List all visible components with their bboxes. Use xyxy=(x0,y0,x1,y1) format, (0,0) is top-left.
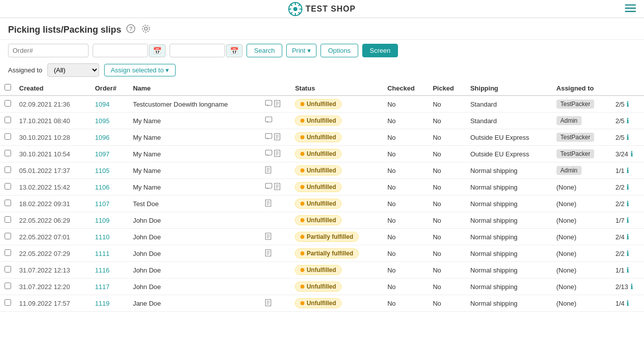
info-icon[interactable]: ℹ xyxy=(626,117,629,125)
row-status: Unfulfilled xyxy=(291,129,383,146)
document-icon[interactable] xyxy=(274,183,280,192)
screen-button[interactable]: Screen xyxy=(362,44,398,57)
row-checkbox-cell[interactable] xyxy=(0,96,15,113)
hamburger-menu[interactable] xyxy=(625,4,636,14)
assign-selected-button[interactable]: Assign selected to ▾ xyxy=(104,64,176,76)
row-checkbox[interactable] xyxy=(5,166,11,173)
row-checkbox-cell[interactable] xyxy=(0,212,15,229)
row-order[interactable]: 1119 xyxy=(91,295,129,312)
order-search-input[interactable] xyxy=(8,44,89,57)
info-icon[interactable]: ℹ xyxy=(626,200,629,208)
row-checkbox[interactable] xyxy=(5,150,11,156)
document-icon[interactable] xyxy=(265,200,271,208)
row-checkbox[interactable] xyxy=(5,299,11,306)
info-icon[interactable]: ℹ xyxy=(630,150,633,158)
info-icon[interactable]: ℹ xyxy=(626,249,629,257)
info-icon[interactable]: ℹ xyxy=(626,299,629,307)
comment-icon[interactable] xyxy=(265,150,272,158)
row-order[interactable]: 1096 xyxy=(91,129,129,146)
row-name: John Doe xyxy=(129,212,261,229)
row-order[interactable]: 1094 xyxy=(91,96,129,113)
row-picked: No xyxy=(429,179,466,196)
row-shipping: Normal shipping xyxy=(466,245,552,262)
row-order[interactable]: 1109 xyxy=(91,212,129,229)
col-header-status: Status xyxy=(291,81,383,96)
help-button[interactable]: ? xyxy=(125,23,136,36)
date-from-input[interactable]: 10.08.2021 xyxy=(93,44,148,57)
comment-icon[interactable] xyxy=(265,133,272,141)
row-checkbox[interactable] xyxy=(5,200,11,206)
row-count: 1/4 ℹ xyxy=(611,295,644,312)
date-to-calendar-button[interactable]: 📅 xyxy=(226,44,243,57)
settings-button[interactable] xyxy=(140,23,151,36)
row-created: 30.10.2021 10:28 xyxy=(15,129,91,146)
document-icon[interactable] xyxy=(274,133,280,142)
comment-icon[interactable] xyxy=(265,117,272,125)
row-checkbox-cell[interactable] xyxy=(0,295,15,312)
row-checkbox[interactable] xyxy=(5,249,11,256)
status-dot xyxy=(300,102,304,106)
status-badge: Unfulfilled xyxy=(295,132,342,142)
row-checkbox[interactable] xyxy=(5,133,11,140)
comment-icon[interactable] xyxy=(265,183,272,191)
document-icon[interactable] xyxy=(265,166,271,175)
row-checkbox-cell[interactable] xyxy=(0,162,15,179)
row-order[interactable]: 1116 xyxy=(91,262,129,279)
info-icon[interactable]: ℹ xyxy=(626,233,629,241)
comment-icon[interactable] xyxy=(265,100,272,108)
row-checkbox-cell[interactable] xyxy=(0,146,15,162)
status-dot xyxy=(300,301,304,305)
assigned-to-label: Assigned to xyxy=(8,66,42,74)
print-button[interactable]: Print ▾ xyxy=(286,44,316,57)
info-icon[interactable]: ℹ xyxy=(626,166,629,174)
select-all-header[interactable] xyxy=(0,81,15,96)
select-all-checkbox[interactable] xyxy=(5,84,11,90)
date-to-input[interactable]: 05.10.2022 xyxy=(170,44,225,57)
row-order[interactable]: 1107 xyxy=(91,196,129,212)
row-checkbox[interactable] xyxy=(5,233,11,239)
info-icon[interactable]: ℹ xyxy=(626,216,629,224)
row-checkbox-cell[interactable] xyxy=(0,196,15,212)
info-icon[interactable]: ℹ xyxy=(626,183,629,191)
col-header-icons xyxy=(261,81,291,96)
search-button[interactable]: Search xyxy=(247,44,282,57)
row-icons xyxy=(261,279,291,295)
assigned-to-select[interactable]: (All) Admin TestPacker xyxy=(47,63,99,77)
row-checkbox[interactable] xyxy=(5,117,11,123)
row-checkbox[interactable] xyxy=(5,183,11,190)
row-checkbox[interactable] xyxy=(5,266,11,273)
row-order[interactable]: 1111 xyxy=(91,245,129,262)
info-icon[interactable]: ℹ xyxy=(626,266,629,274)
row-checkbox-cell[interactable] xyxy=(0,229,15,245)
row-order[interactable]: 1117 xyxy=(91,279,129,295)
info-icon[interactable]: ℹ xyxy=(626,133,629,141)
row-checkbox-cell[interactable] xyxy=(0,245,15,262)
row-status: Unfulfilled xyxy=(291,146,383,162)
row-checkbox-cell[interactable] xyxy=(0,129,15,146)
document-icon[interactable] xyxy=(265,299,271,308)
row-order[interactable]: 1097 xyxy=(91,146,129,162)
document-icon[interactable] xyxy=(265,249,271,258)
row-checkbox-cell[interactable] xyxy=(0,262,15,279)
row-checkbox[interactable] xyxy=(5,283,11,289)
document-icon[interactable] xyxy=(274,100,280,109)
document-icon[interactable] xyxy=(274,150,280,158)
row-checkbox[interactable] xyxy=(5,216,11,223)
date-from-calendar-button[interactable]: 📅 xyxy=(149,44,166,57)
row-checkbox-cell[interactable] xyxy=(0,279,15,295)
row-checkbox-cell[interactable] xyxy=(0,113,15,129)
row-order[interactable]: 1106 xyxy=(91,179,129,196)
options-button[interactable]: Options xyxy=(320,44,358,57)
row-order[interactable]: 1095 xyxy=(91,113,129,129)
status-badge: Unfulfilled xyxy=(295,149,342,159)
row-checkbox[interactable] xyxy=(5,100,11,107)
row-count: 1/1 ℹ xyxy=(611,262,644,279)
row-order[interactable]: 1105 xyxy=(91,162,129,179)
row-order[interactable]: 1110 xyxy=(91,229,129,245)
info-icon[interactable]: ℹ xyxy=(626,100,629,108)
col-header-name: Name xyxy=(129,81,261,96)
col-header-assigned: Assigned to xyxy=(552,81,611,96)
info-icon[interactable]: ℹ xyxy=(630,283,633,291)
row-checkbox-cell[interactable] xyxy=(0,179,15,196)
document-icon[interactable] xyxy=(265,233,271,241)
